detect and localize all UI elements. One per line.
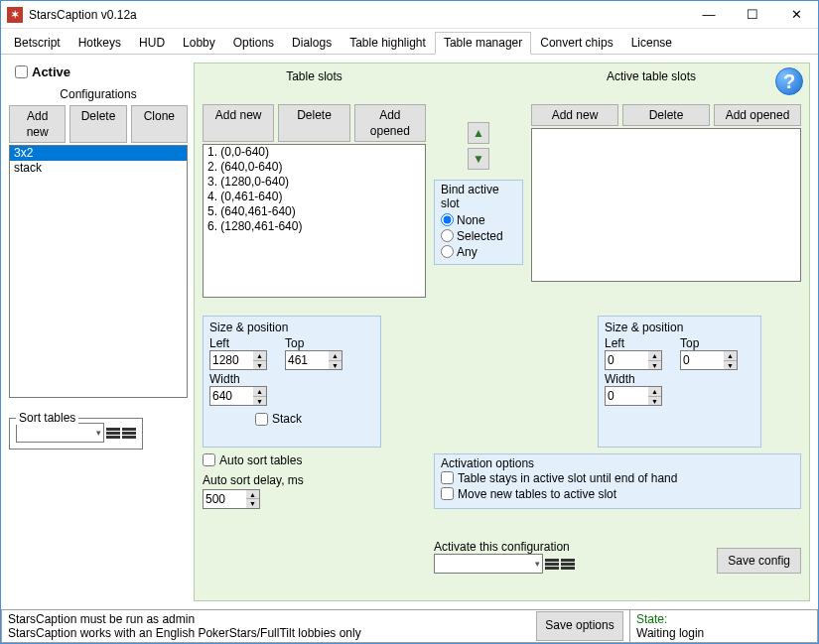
chevron-down-icon: ▾ xyxy=(96,428,101,438)
config-clone-button[interactable]: Clone xyxy=(131,105,188,143)
tab-convert-chips[interactable]: Convert chips xyxy=(531,32,621,54)
auto-sort-label: Auto sort tables xyxy=(219,453,302,467)
active-left-label: Left xyxy=(605,336,662,350)
active-slots-add-new-button[interactable]: Add new xyxy=(531,104,618,126)
tab-table-manager[interactable]: Table manager xyxy=(435,32,531,55)
bind-any-radio[interactable]: Any xyxy=(441,244,516,260)
active-slots-add-opened-button[interactable]: Add opened xyxy=(714,104,801,126)
config-item[interactable]: 3x2 xyxy=(10,146,187,161)
tab-dialogs[interactable]: Dialogs xyxy=(283,32,341,54)
slots-add-new-button[interactable]: Add new xyxy=(203,104,274,142)
config-add-new-button[interactable]: Add new xyxy=(9,105,66,143)
minimize-button[interactable]: — xyxy=(687,1,731,29)
configurations-label: Configurations xyxy=(9,87,188,101)
save-options-cell: Save options xyxy=(530,609,629,643)
sizepos-right-title: Size & position xyxy=(605,321,754,334)
tab-strip: BetscriptHotkeysHUDLobbyOptionsDialogsTa… xyxy=(1,29,818,55)
width-input[interactable] xyxy=(209,386,253,406)
bind-selected-radio[interactable]: Selected xyxy=(441,228,516,244)
config-item[interactable]: stack xyxy=(10,161,187,176)
main-area: Active Configurations Add new Delete Clo… xyxy=(1,55,818,609)
active-checkbox[interactable] xyxy=(15,65,28,78)
active-width-spinner[interactable]: ▲▼ xyxy=(648,386,662,406)
bind-none-radio[interactable]: None xyxy=(441,212,516,228)
tab-betscript[interactable]: Betscript xyxy=(5,32,69,54)
width-spinner[interactable]: ▲▼ xyxy=(253,386,267,406)
move-down-button[interactable]: ▼ xyxy=(468,148,489,170)
sort-run-icon-2[interactable] xyxy=(122,423,136,443)
tab-table-highlight[interactable]: Table highlight xyxy=(341,32,435,54)
tab-options[interactable]: Options xyxy=(224,32,283,54)
width-label: Width xyxy=(209,372,267,386)
slot-item[interactable]: 2. (640,0-640) xyxy=(204,160,425,175)
slots-add-opened-button[interactable]: Add opened xyxy=(354,104,426,142)
chevron-down-icon: ▾ xyxy=(535,559,540,569)
active-width-input[interactable] xyxy=(605,386,648,406)
close-button[interactable]: ✕ xyxy=(774,1,818,29)
config-delete-button[interactable]: Delete xyxy=(69,105,126,143)
save-config-button[interactable]: Save config xyxy=(717,548,801,574)
active-table-slots-list[interactable] xyxy=(531,128,801,282)
tab-lobby[interactable]: Lobby xyxy=(174,32,224,54)
window-title: StarsCaption v0.12a xyxy=(29,8,137,22)
slot-item[interactable]: 4. (0,461-640) xyxy=(204,190,425,204)
active-table-slots-title: Active table slots xyxy=(531,67,801,98)
sort-tables-combo[interactable]: ▾ xyxy=(16,423,104,443)
activation-options-group: Activation options Table stays in active… xyxy=(434,453,801,509)
activate-run-icon-2[interactable] xyxy=(561,554,575,574)
table-slots-list[interactable]: 1. (0,0-640)2. (640,0-640)3. (1280,0-640… xyxy=(203,144,426,298)
auto-sort-checkbox[interactable] xyxy=(203,453,215,466)
tab-hotkeys[interactable]: Hotkeys xyxy=(69,32,130,54)
configurations-list[interactable]: 3x2stack xyxy=(9,145,188,398)
maximize-button[interactable]: ☐ xyxy=(731,1,774,29)
sort-run-icon[interactable] xyxy=(106,423,120,443)
slot-item[interactable]: 3. (1280,0-640) xyxy=(204,175,425,190)
slot-item[interactable]: 6. (1280,461-640) xyxy=(204,219,425,234)
sizepos-left-title: Size & position xyxy=(209,321,374,334)
sort-tables-label: Sort tables xyxy=(16,411,78,425)
bind-active-slot-title: Bind active slot xyxy=(441,183,516,210)
stack-label: Stack xyxy=(272,412,302,426)
auto-sort-delay-spinner[interactable]: ▲▼ xyxy=(246,489,260,509)
active-slots-delete-button[interactable]: Delete xyxy=(622,104,710,126)
active-top-spinner[interactable]: ▲▼ xyxy=(724,350,738,370)
help-icon[interactable]: ? xyxy=(775,67,803,95)
slot-item[interactable]: 1. (0,0-640) xyxy=(204,145,425,160)
save-options-button[interactable]: Save options xyxy=(536,611,623,641)
state-value: Waiting login xyxy=(636,626,811,640)
left-spinner[interactable]: ▲▼ xyxy=(253,350,267,370)
active-toggle-row: Active xyxy=(9,63,188,85)
active-width-label: Width xyxy=(605,372,662,386)
activate-config-label: Activate this configuration xyxy=(434,540,575,554)
statusbar: StarsCaption must be run as admin StarsC… xyxy=(1,609,818,643)
active-left-input[interactable] xyxy=(605,350,648,370)
top-spinner[interactable]: ▲▼ xyxy=(329,350,342,370)
auto-sort-delay-input[interactable] xyxy=(203,489,246,509)
activate-run-icon[interactable] xyxy=(545,554,559,574)
active-top-input[interactable] xyxy=(680,350,724,370)
active-label: Active xyxy=(32,64,70,79)
left-input[interactable] xyxy=(209,350,253,370)
stack-checkbox[interactable] xyxy=(255,413,268,426)
left-column: Active Configurations Add new Delete Clo… xyxy=(9,63,188,601)
app-icon: ✶ xyxy=(7,7,23,23)
tab-hud[interactable]: HUD xyxy=(130,32,174,54)
active-top-label: Top xyxy=(680,336,738,350)
stay-checkbox-row[interactable]: Table stays in active slot until end of … xyxy=(441,470,794,486)
activation-options-title: Activation options xyxy=(441,456,794,470)
slots-delete-button[interactable]: Delete xyxy=(278,104,349,142)
activate-config-combo[interactable]: ▾ xyxy=(434,554,543,574)
state-title: State: xyxy=(636,612,811,626)
status-message: StarsCaption must be run as admin StarsC… xyxy=(1,609,530,643)
move-checkbox-row[interactable]: Move new tables to active slot xyxy=(441,486,794,502)
sort-tables-group: Sort tables ▾ xyxy=(9,418,143,450)
top-input[interactable] xyxy=(285,350,329,370)
titlebar: ✶ StarsCaption v0.12a — ☐ ✕ xyxy=(1,1,818,29)
table-manager-panel: ? Table slots Active table slots Add new… xyxy=(194,63,810,601)
move-up-button[interactable]: ▲ xyxy=(468,122,489,144)
active-left-spinner[interactable]: ▲▼ xyxy=(648,350,662,370)
tab-license[interactable]: License xyxy=(622,32,681,54)
bind-active-slot-group: Bind active slot None Selected Any xyxy=(434,180,523,265)
slot-item[interactable]: 5. (640,461-640) xyxy=(204,204,425,219)
top-label: Top xyxy=(285,336,342,350)
